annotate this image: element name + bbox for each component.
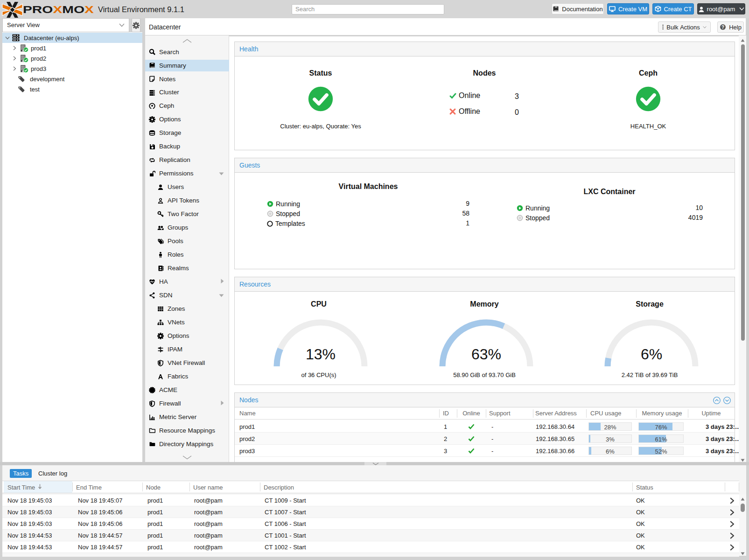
svg-text:?: ?	[721, 25, 724, 30]
